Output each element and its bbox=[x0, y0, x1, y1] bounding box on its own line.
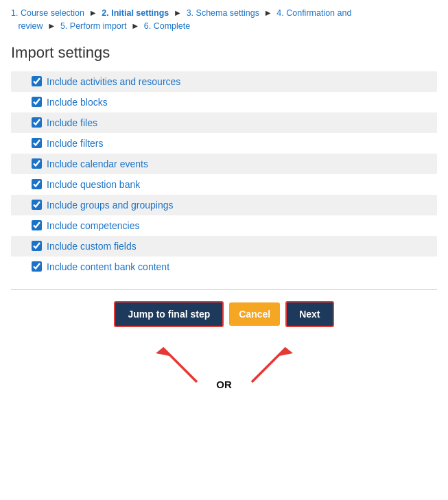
arrow-1: ► bbox=[89, 8, 100, 18]
svg-line-0 bbox=[163, 348, 197, 382]
checkbox-text-1: Include activities and resources bbox=[47, 76, 180, 87]
checkbox-label-8[interactable]: Include competencies bbox=[32, 220, 430, 231]
checkbox-text-7: Include groups and groupings bbox=[47, 200, 173, 211]
breadcrumb-step-1[interactable]: 1. Course selection bbox=[11, 8, 84, 18]
checkbox-text-4: Include filters bbox=[47, 138, 103, 149]
checkbox-label-9[interactable]: Include custom fields bbox=[32, 241, 430, 252]
arrow-2: ► bbox=[174, 8, 185, 18]
checkbox-label-5[interactable]: Include calendar events bbox=[32, 158, 430, 169]
checkbox-label-7[interactable]: Include groups and groupings bbox=[32, 200, 430, 211]
checkbox-label-6[interactable]: Include question bank bbox=[32, 179, 430, 190]
checkbox-label-10[interactable]: Include content bank content bbox=[32, 261, 430, 272]
breadcrumb-step-5[interactable]: 5. Perform import bbox=[60, 21, 127, 31]
checkbox-text-9: Include custom fields bbox=[47, 241, 137, 252]
button-row: Jump to final step Cancel Next bbox=[11, 301, 437, 327]
checkbox-label-3[interactable]: Include files bbox=[32, 117, 430, 128]
breadcrumb-step-6[interactable]: 6. Complete bbox=[144, 21, 190, 31]
checkbox-6[interactable] bbox=[32, 179, 42, 189]
checkbox-10[interactable] bbox=[32, 261, 42, 272]
or-label: OR bbox=[216, 379, 232, 390]
checkbox-label-4[interactable]: Include filters bbox=[32, 138, 430, 149]
checkbox-label-2[interactable]: Include blocks bbox=[32, 97, 430, 108]
jump-to-final-step-button[interactable]: Jump to final step bbox=[114, 301, 224, 327]
checkbox-8[interactable] bbox=[32, 220, 42, 230]
checkbox-5[interactable] bbox=[32, 158, 42, 169]
checkbox-text-8: Include competencies bbox=[47, 220, 139, 231]
settings-table: Include activities and resourcesInclude … bbox=[11, 71, 437, 277]
page-title: Import settings bbox=[11, 44, 437, 62]
checkbox-text-10: Include content bank content bbox=[47, 261, 169, 272]
checkbox-text-2: Include blocks bbox=[47, 97, 108, 108]
checkbox-text-6: Include question bank bbox=[47, 179, 140, 190]
checkbox-2[interactable] bbox=[32, 97, 42, 107]
breadcrumb-step-3[interactable]: 3. Schema settings bbox=[187, 8, 259, 18]
section-divider bbox=[11, 289, 437, 290]
cancel-button[interactable]: Cancel bbox=[229, 302, 280, 326]
next-button[interactable]: Next bbox=[285, 301, 333, 327]
breadcrumb: 1. Course selection ► 2. Initial setting… bbox=[11, 7, 437, 33]
checkbox-1[interactable] bbox=[32, 76, 42, 86]
annotation-area: OR bbox=[11, 334, 437, 396]
breadcrumb-step-2: 2. Initial settings bbox=[102, 8, 169, 18]
checkbox-4[interactable] bbox=[32, 138, 42, 148]
arrow-3: ► bbox=[263, 8, 274, 18]
checkbox-text-3: Include files bbox=[47, 117, 97, 128]
arrow-5: ► bbox=[131, 21, 142, 31]
checkbox-3[interactable] bbox=[32, 117, 42, 128]
svg-line-2 bbox=[252, 348, 286, 382]
checkbox-label-1[interactable]: Include activities and resources bbox=[32, 76, 430, 87]
checkbox-9[interactable] bbox=[32, 241, 42, 251]
checkbox-7[interactable] bbox=[32, 200, 42, 210]
arrow-4: ► bbox=[47, 21, 58, 31]
checkbox-text-5: Include calendar events bbox=[47, 158, 148, 169]
